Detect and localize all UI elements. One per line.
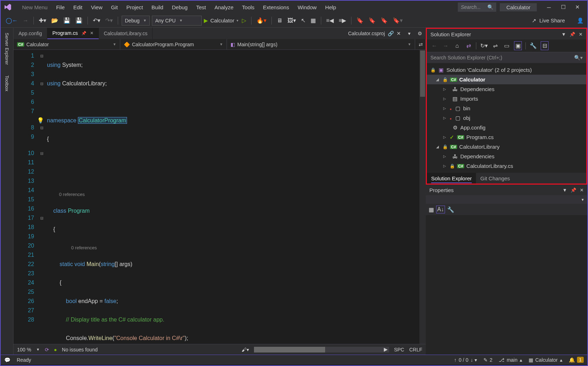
tree-imports[interactable]: ▷▤Imports [427, 94, 586, 104]
se-switch-icon[interactable]: ⇄ [465, 42, 472, 49]
horizontal-scrollbar[interactable]: ◀▶ [254, 347, 389, 352]
nav-class[interactable]: 🔶CalculatorProgram.Program▼ [120, 39, 227, 49]
panel-dropdown-icon[interactable]: ▼ [562, 187, 567, 193]
indent-icon[interactable]: ≡▶ [337, 16, 348, 26]
nav-split-icon[interactable]: ⇄ [415, 39, 426, 49]
categorized-icon[interactable]: ▦ [429, 206, 434, 213]
menu-file[interactable]: File [52, 4, 69, 10]
nav-forward-button[interactable]: → [21, 16, 30, 26]
vertical-scrollbar[interactable] [419, 50, 426, 344]
maximize-button[interactable]: ☐ [556, 2, 570, 12]
tree-solution-root[interactable]: 🔒▣Solution 'Calculator' (2 of 2 projects… [427, 65, 586, 75]
save-button[interactable]: 💾 [62, 16, 72, 26]
tree-dependencies[interactable]: ▷🖧Dependencies [427, 84, 586, 94]
browser-link-icon[interactable]: 🖥 [275, 16, 284, 26]
panel-dropdown-icon[interactable]: ▼ [561, 32, 566, 37]
tab-csproj[interactable]: Calculator.csproj🔗✕ [345, 28, 405, 39]
encoding-spc[interactable]: SPC [394, 347, 404, 352]
se-sync-icon[interactable]: ↻▾ [480, 42, 488, 49]
redo-button[interactable]: ↷▾ [104, 16, 114, 26]
tree-calclibrarycs[interactable]: ▷🔒C#CalculatorLibrary.cs [427, 161, 586, 171]
props-dropdown-icon[interactable]: ▼ [581, 198, 584, 202]
tree-obj[interactable]: ▷▢obj [427, 113, 586, 123]
new-item-button[interactable]: ✚▾ [37, 16, 48, 26]
save-all-button[interactable]: 💾 [74, 16, 84, 26]
menu-git[interactable]: Git [107, 4, 122, 10]
sb-changes[interactable]: ✎ 2 [483, 357, 493, 363]
live-share-button[interactable]: Live Share [539, 17, 565, 23]
menu-test[interactable]: Test [192, 4, 210, 10]
issues-text[interactable]: No issues found [62, 347, 97, 352]
tool-icon-3[interactable]: ▦ [309, 16, 317, 26]
menu-edit[interactable]: Edit [69, 4, 87, 10]
alphabetical-icon[interactable]: A↓ [436, 206, 445, 213]
tab-settings-icon[interactable]: ⚙ [414, 28, 426, 39]
menu-build[interactable]: Build [147, 4, 168, 10]
lightbulb-icon[interactable]: 💡 [37, 116, 44, 125]
server-explorer-tab[interactable]: Server Explorer [4, 31, 10, 67]
minimize-button[interactable]: ─ [542, 2, 556, 12]
pin-icon[interactable]: 📌 [81, 31, 86, 36]
tree-appconfig[interactable]: ⚙App.config [427, 123, 586, 132]
tab-overflow-icon[interactable]: ▾ [404, 28, 414, 39]
sb-updown[interactable]: ↑ 0 / 0 ↓ ▾ [454, 357, 477, 363]
menu-view[interactable]: View [87, 4, 107, 10]
menu-extensions[interactable]: Extensions [259, 4, 293, 10]
tree-bin[interactable]: ▷▢bin [427, 104, 586, 113]
se-showall-icon[interactable]: ▣ [514, 41, 522, 50]
menu-new[interactable]: New Menu [18, 4, 52, 10]
se-forward-icon[interactable]: → [442, 43, 450, 49]
bookmark-next-icon[interactable]: 🔖 [379, 16, 389, 26]
menu-window[interactable]: Window [293, 4, 321, 10]
fold-column[interactable]: ⊟⊟⊟⊟⊟ [38, 50, 45, 344]
brush-icon[interactable]: 🖌▾ [242, 347, 249, 352]
solution-search[interactable]: Search Solution Explorer (Ctrl+;) 🔍▾ [427, 52, 586, 63]
se-back-icon[interactable]: ← [430, 43, 438, 49]
se-properties-icon[interactable]: 🔧 [529, 42, 537, 49]
code-content[interactable]: using System; using CalculatorLibrary; 💡… [45, 50, 426, 344]
undo-button[interactable]: ↶▾ [91, 16, 102, 26]
account-icon[interactable]: 👤 [577, 17, 584, 24]
se-collapse-icon[interactable]: ▭ [503, 42, 510, 49]
menu-tools[interactable]: Tools [238, 4, 259, 10]
sb-branch[interactable]: ⎇ main ▴ [499, 357, 522, 363]
output-icon[interactable]: 💬 [4, 357, 10, 363]
menu-analyze[interactable]: Analyze [210, 4, 238, 10]
live-share-icon[interactable]: ↗ [532, 17, 536, 24]
tree-programcs[interactable]: ▷C#Program.cs [427, 132, 586, 142]
tab-programcs[interactable]: Program.cs📌✕ [47, 28, 99, 39]
encoding-crlf[interactable]: CRLF [409, 347, 422, 352]
panel-pin-icon[interactable]: 📌 [570, 32, 575, 37]
nav-back-button[interactable]: ◯← [4, 16, 19, 26]
sb-repo[interactable]: ▦ Calculator ▴ [529, 357, 562, 363]
bookmark-clear-icon[interactable]: 🔖▾ [391, 16, 404, 26]
panel-close-icon[interactable]: ✕ [579, 32, 583, 37]
bookmark-icon[interactable]: 🔖 [355, 16, 365, 26]
start-no-debug-button[interactable]: ▷ [240, 16, 248, 26]
bookmark-prev-icon[interactable]: 🔖 [367, 16, 377, 26]
menu-project[interactable]: Project [122, 4, 147, 10]
start-debug-button[interactable]: ▶Calculator▾ [204, 17, 238, 24]
se-home-icon[interactable]: ⌂ [453, 43, 461, 49]
menu-debug[interactable]: Debug [168, 4, 192, 10]
panel-close-icon[interactable]: ✕ [580, 187, 584, 193]
ptab-solution-explorer[interactable]: Solution Explorer [427, 173, 476, 184]
platform-dropdown[interactable]: Any CPU▼ [152, 16, 202, 26]
props-wrench-icon[interactable]: 🔧 [447, 206, 454, 213]
code-editor[interactable]: 1234567891011121314151617181920212223242… [14, 50, 426, 344]
search-box[interactable]: Search... 🔍 [458, 2, 496, 12]
tree-project-calclibrary[interactable]: ◢🔒C#CalculatorLibrary [427, 142, 586, 152]
nav-scope[interactable]: C#Calculator▼ [14, 39, 120, 49]
tree-project-calculator[interactable]: ◢🔒C#Calculator [427, 75, 586, 84]
tab-appconfig[interactable]: App.config [14, 28, 47, 39]
panel-pin-icon[interactable]: 📌 [571, 187, 576, 193]
tree-dependencies-2[interactable]: ▷🖧Dependencies [427, 152, 586, 161]
close-button[interactable]: ✕ [570, 2, 584, 12]
close-tab-icon[interactable]: ✕ [90, 31, 94, 36]
close-tab-icon[interactable]: ✕ [397, 31, 401, 36]
zoom-level[interactable]: 100 % [17, 347, 31, 352]
tool-icon-2[interactable]: ↖ [300, 16, 307, 26]
health-icon[interactable]: ⟳ [45, 347, 49, 352]
hot-reload-button[interactable]: 🔥▾ [255, 16, 268, 26]
ptab-git-changes[interactable]: Git Changes [476, 173, 514, 184]
